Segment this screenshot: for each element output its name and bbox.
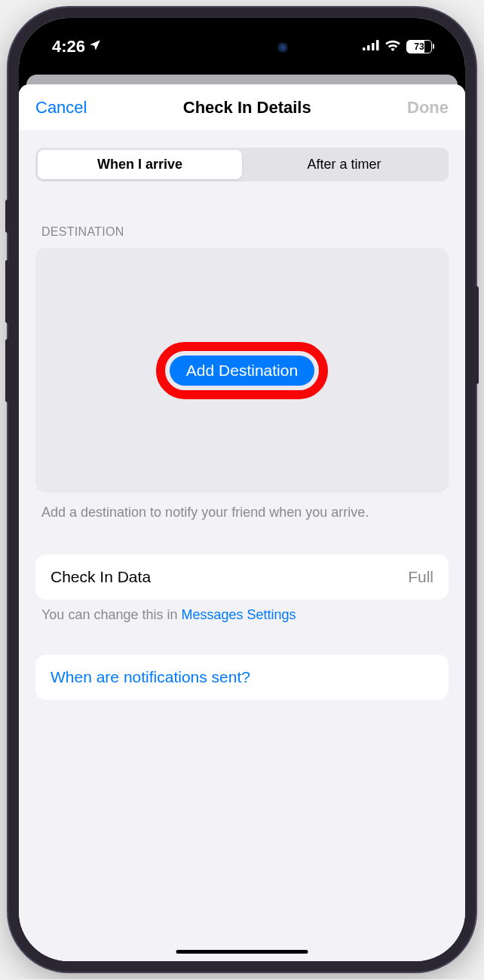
screen: 4:26	[19, 18, 465, 961]
segmented-control[interactable]: When I arrive After a timer	[35, 148, 449, 182]
content: When I arrive After a timer Destination …	[19, 131, 465, 961]
destination-panel: Add Destination	[35, 248, 449, 493]
page-title: Check In Details	[183, 98, 311, 118]
status-right: 73	[363, 39, 432, 54]
location-icon	[88, 37, 102, 56]
segment-after-a-timer[interactable]: After a timer	[242, 150, 446, 179]
destination-header: Destination	[41, 225, 449, 239]
notifications-card[interactable]: When are notifications sent?	[35, 655, 449, 700]
mute-switch	[5, 200, 10, 233]
volume-up	[5, 260, 10, 323]
volume-down	[5, 339, 10, 402]
sheet-backdrop: Cancel Check In Details Done When I arri…	[19, 75, 465, 961]
check-in-data-value: Full	[408, 568, 433, 586]
messages-settings-link[interactable]: Messages Settings	[181, 607, 296, 622]
home-indicator[interactable]	[176, 950, 308, 954]
svg-rect-0	[363, 47, 366, 50]
status-bar: 4:26	[19, 18, 465, 75]
done-button[interactable]: Done	[407, 98, 449, 118]
status-left: 4:26	[52, 37, 102, 56]
svg-rect-1	[367, 45, 370, 50]
nav-bar: Cancel Check In Details Done	[19, 84, 465, 131]
destination-helper: Add a destination to notify your friend …	[41, 503, 443, 521]
svg-rect-3	[376, 40, 379, 50]
add-destination-button[interactable]: Add Destination	[170, 356, 314, 386]
check-in-data-label: Check In Data	[51, 568, 151, 586]
segment-when-i-arrive[interactable]: When I arrive	[38, 150, 242, 179]
cellular-icon	[363, 40, 379, 53]
power-button	[474, 286, 479, 384]
sheet: Cancel Check In Details Done When I arri…	[19, 84, 465, 961]
check-in-helper-text: You can change this in	[41, 607, 181, 622]
battery-icon: 73	[406, 40, 432, 53]
svg-rect-2	[372, 43, 375, 50]
check-in-helper: You can change this in Messages Settings	[41, 607, 443, 623]
wifi-icon	[384, 39, 401, 54]
check-in-data-card[interactable]: Check In Data Full	[35, 554, 449, 600]
notifications-link[interactable]: When are notifications sent?	[51, 668, 250, 685]
phone-frame: 4:26	[8, 8, 476, 972]
camera-dot	[277, 42, 288, 53]
status-time: 4:26	[52, 37, 85, 56]
check-in-data-row: Check In Data Full	[51, 568, 433, 586]
cancel-button[interactable]: Cancel	[35, 98, 87, 118]
highlight-ring: Add Destination	[156, 342, 328, 399]
